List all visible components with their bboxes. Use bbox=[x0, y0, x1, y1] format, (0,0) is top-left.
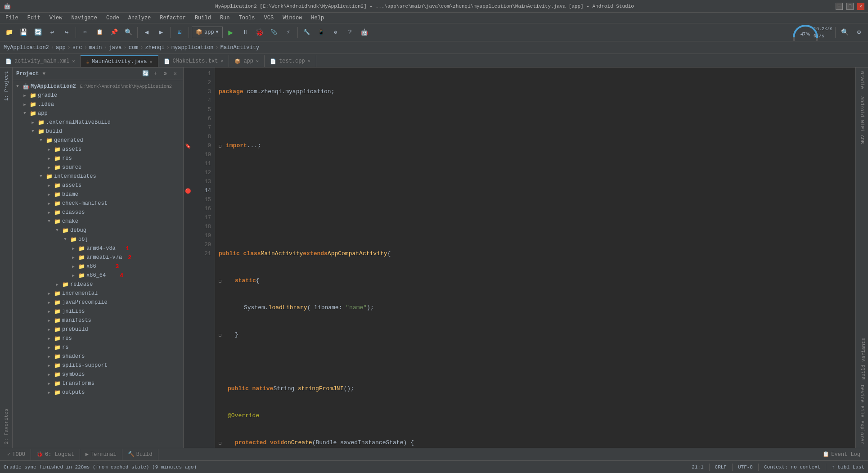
tab-mainactivity-java[interactable]: ☕ MainActivity.java ✕ bbox=[81, 55, 158, 67]
tree-arrow-jnilibs[interactable]: ▶ bbox=[46, 308, 52, 315]
close-activity-main[interactable]: ✕ bbox=[72, 59, 75, 64]
tree-arrow-outputs[interactable]: ▶ bbox=[46, 389, 52, 396]
tree-arrow-gen-assets[interactable]: ▶ bbox=[46, 146, 52, 153]
breadcrumb-com[interactable]: com bbox=[129, 45, 139, 51]
tree-arrow-build[interactable]: ▼ bbox=[30, 128, 36, 135]
tree-arrow-gen-res[interactable]: ▶ bbox=[46, 155, 52, 162]
bottom-tab-event-log[interactable]: 📋 Event Log bbox=[817, 449, 866, 460]
tree-res[interactable]: ▶ 📁 res bbox=[13, 334, 183, 343]
toolbar-open-btn[interactable]: 📁 bbox=[3, 26, 15, 39]
tree-arrow-armeabi[interactable]: ▶ bbox=[70, 254, 76, 261]
tab-activity-main-xml[interactable]: 📄 activity_main.xml ✕ bbox=[0, 55, 81, 67]
tree-arm64-v8a[interactable]: ▶ 📁 arm64-v8a 1 bbox=[13, 244, 183, 253]
tree-arrow-symbols[interactable]: ▶ bbox=[46, 371, 52, 378]
bottom-tab-build[interactable]: 🔨 Build bbox=[122, 449, 158, 460]
tree-gen-assets[interactable]: ▶ 📁 assets bbox=[13, 145, 183, 154]
breadcrumb-myapplication2[interactable]: MyApplication2 bbox=[4, 45, 49, 51]
debug-button[interactable]: 🐞 bbox=[253, 26, 266, 39]
vertical-tab-gradle[interactable]: Gradle bbox=[858, 68, 867, 93]
tree-outputs[interactable]: ▶ 📁 outputs bbox=[13, 388, 183, 397]
tree-arrow-prebuild[interactable]: ▶ bbox=[46, 326, 52, 333]
fold-icon-14[interactable]: ⊟ bbox=[219, 439, 226, 446]
menu-run[interactable]: Run bbox=[216, 14, 234, 22]
toolbar-stop-btn[interactable]: ⏸ bbox=[239, 26, 252, 39]
tree-arrow-app[interactable]: ▼ bbox=[22, 110, 28, 117]
vertical-tab-device-explorer[interactable]: Device File Explorer bbox=[858, 381, 867, 448]
toolbar-avd-btn[interactable]: 📱 bbox=[315, 26, 328, 39]
tree-arrow-manifests[interactable]: ▶ bbox=[46, 317, 52, 324]
tree-arrow-cmake[interactable]: ▼ bbox=[46, 218, 52, 225]
tree-externalnative[interactable]: ▶ 📁 .externalNativeBuild bbox=[13, 118, 183, 127]
tree-debug[interactable]: ▼ 📁 debug bbox=[13, 226, 183, 235]
tree-arrow-externalnative[interactable]: ▶ bbox=[30, 119, 36, 126]
status-encoding[interactable]: UTF-8 bbox=[738, 464, 753, 470]
toolbar-gradle-btn[interactable]: 🔧 bbox=[301, 26, 313, 39]
panel-gear-btn[interactable]: ⚙ bbox=[161, 69, 170, 78]
tree-transforms[interactable]: ▶ 📁 transforms bbox=[13, 379, 183, 388]
tree-arrow-root[interactable]: ▼ bbox=[14, 83, 21, 90]
tree-javaprecompile[interactable]: ▶ 📁 javaPrecompile bbox=[13, 298, 183, 307]
tree-root[interactable]: ▼ 🤖 MyApplication2 E:\Work\Android\ndk\M… bbox=[13, 82, 183, 91]
tree-incremental[interactable]: ▶ 📁 incremental bbox=[13, 289, 183, 298]
bottom-tab-todo[interactable]: ✓ TODO bbox=[2, 449, 31, 460]
menu-refactor[interactable]: Refactor bbox=[156, 14, 189, 22]
toolbar-back-btn[interactable]: ◀ bbox=[140, 26, 153, 39]
tab-test-cpp[interactable]: 📄 test.cpp ✕ bbox=[265, 55, 316, 67]
menu-build[interactable]: Build bbox=[191, 14, 215, 22]
panel-scope-btn[interactable]: 🔄 bbox=[141, 69, 150, 78]
breadcrumb-mainactivity[interactable]: MainActivity bbox=[220, 45, 259, 51]
toolbar-attach-btn[interactable]: 📎 bbox=[268, 26, 280, 39]
tree-int-assets[interactable]: ▶ 📁 assets bbox=[13, 181, 183, 190]
menu-navigate[interactable]: Navigate bbox=[67, 14, 101, 22]
tree-shaders[interactable]: ▶ 📁 shaders bbox=[13, 352, 183, 361]
toolbar-sdk-btn[interactable]: ⚙ bbox=[329, 26, 342, 39]
tree-prebuild[interactable]: ▶ 📁 prebuild bbox=[13, 325, 183, 334]
menu-edit[interactable]: Edit bbox=[24, 14, 44, 22]
toolbar-save-btn[interactable]: 💾 bbox=[17, 26, 30, 39]
tree-build[interactable]: ▼ 📁 build bbox=[13, 127, 183, 136]
tree-arrow-debug[interactable]: ▼ bbox=[54, 227, 60, 234]
fold-icon-10[interactable]: ⊟ bbox=[219, 331, 226, 338]
toolbar-forward-btn[interactable]: ▶ bbox=[155, 26, 167, 39]
menu-vcs[interactable]: VCS bbox=[261, 14, 278, 22]
toolbar-profile-btn[interactable]: ⚡ bbox=[282, 26, 295, 39]
tree-cmake[interactable]: ▼ 📁 cmake bbox=[13, 217, 183, 226]
close-button[interactable]: ✕ bbox=[857, 3, 864, 10]
tree-arrow-generated[interactable]: ▼ bbox=[38, 137, 44, 144]
tree-arrow-splits-support[interactable]: ▶ bbox=[46, 362, 52, 369]
bottom-tab-terminal[interactable]: ▶ Terminal bbox=[80, 449, 122, 460]
breadcrumb-src[interactable]: src bbox=[72, 45, 82, 51]
toolbar-find-btn[interactable]: 🔍 bbox=[122, 26, 135, 39]
close-cmakelists[interactable]: ✕ bbox=[220, 59, 223, 64]
menu-analyze[interactable]: Analyze bbox=[125, 14, 154, 22]
toolbar-help-btn[interactable]: ? bbox=[344, 26, 356, 39]
tree-arrow-arm64[interactable]: ▶ bbox=[70, 245, 76, 252]
fold-icon-3[interactable]: ⊞ bbox=[219, 142, 226, 149]
tree-arrow-gradle[interactable]: ▶ bbox=[22, 92, 28, 99]
tree-x86-64[interactable]: ▶ 📁 x86_64 4 bbox=[13, 271, 183, 280]
toolbar-redo-btn[interactable]: ↪ bbox=[60, 26, 73, 39]
toolbar-paste-btn[interactable]: 📌 bbox=[108, 26, 120, 39]
tab-app[interactable]: 📦 app ✕ bbox=[229, 55, 265, 67]
tree-jnilibs[interactable]: ▶ 📁 jniLibs bbox=[13, 307, 183, 316]
tree-arrow-release[interactable]: ▶ bbox=[54, 281, 60, 288]
status-position[interactable]: 21:1 bbox=[692, 464, 703, 470]
tree-gen-source[interactable]: ▶ 📁 source bbox=[13, 163, 183, 172]
breadcrumb-zhenqi[interactable]: zhenqi bbox=[145, 45, 165, 51]
run-button[interactable]: ▶ bbox=[225, 26, 237, 39]
status-line-sep[interactable]: CRLF bbox=[715, 464, 727, 470]
tree-arrow-intermediates[interactable]: ▼ bbox=[38, 173, 44, 180]
tree-classes[interactable]: ▶ 📁 classes bbox=[13, 208, 183, 217]
toolbar-android-btn[interactable]: 🤖 bbox=[358, 26, 371, 39]
code-content[interactable]: package com.zhenqi.myapplication; ⊞impor… bbox=[215, 68, 855, 448]
breadcrumb-app[interactable]: app bbox=[56, 45, 66, 51]
tree-armeabi-v7a[interactable]: ▶ 📁 armeabi-v7a 2 bbox=[13, 253, 183, 262]
close-mainactivity[interactable]: ✕ bbox=[150, 59, 153, 64]
close-test-cpp[interactable]: ✕ bbox=[308, 59, 310, 64]
tree-gen-res[interactable]: ▶ 📁 res bbox=[13, 154, 183, 163]
tree-arrow-classes[interactable]: ▶ bbox=[46, 209, 52, 216]
tree-intermediates[interactable]: ▼ 📁 intermediates bbox=[13, 172, 183, 181]
bottom-tab-logcat[interactable]: 🐞 6: Logcat bbox=[31, 449, 80, 460]
tree-check-manifest[interactable]: ▶ 📁 check-manifest bbox=[13, 199, 183, 208]
tree-release[interactable]: ▶ 📁 release bbox=[13, 280, 183, 289]
